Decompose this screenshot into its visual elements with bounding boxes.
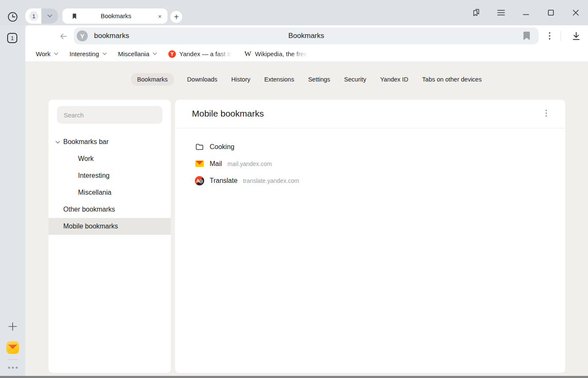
new-tab-button[interactable]: + <box>170 11 182 23</box>
tree-item-other-bookmarks[interactable]: Other bookmarks <box>49 201 171 218</box>
page-title: Bookmarks <box>74 32 539 40</box>
downloads-icon[interactable] <box>570 30 582 42</box>
manager-tab-settings[interactable]: Settings <box>307 73 331 86</box>
bookmark-icon <box>71 13 78 20</box>
bookmarks-list: Cooking Mail mail.yandex.com A Translate… <box>175 128 565 189</box>
bookmark-url: mail.yandex.com <box>227 160 272 167</box>
manager-tab-downloads[interactable]: Downloads <box>186 73 218 86</box>
toolbar-kebab-icon[interactable] <box>544 30 555 41</box>
tree-item-mobile-bookmarks[interactable]: Mobile bookmarks <box>49 218 171 235</box>
panel-title: Mobile bookmarks <box>192 109 264 119</box>
folder-label: Miscellania <box>118 50 149 57</box>
link-label: Yandex — a fast In <box>179 50 232 57</box>
tree-item-label: Other bookmarks <box>63 206 115 213</box>
chevron-down-icon[interactable] <box>55 141 60 144</box>
nav-tab-label: Yandex ID <box>380 76 408 83</box>
yandex-translate-icon: A <box>195 176 204 185</box>
yandex-mail-icon <box>195 160 204 167</box>
back-icon[interactable] <box>58 31 69 42</box>
wikipedia-favicon: W <box>244 50 251 58</box>
search-input[interactable] <box>57 106 162 124</box>
chevron-down-icon <box>153 52 157 55</box>
tree-item-miscellania[interactable]: Miscellania <box>49 184 171 201</box>
panel-kebab-icon[interactable] <box>541 108 552 119</box>
tab-group-count-badge: 1 <box>29 11 39 21</box>
nav-tab-label: Bookmarks <box>137 76 168 83</box>
nav-tab-label: Tabs on other devices <box>422 76 482 83</box>
bookmark-row-translate[interactable]: A Translate translate.yandex.com <box>175 172 565 189</box>
titlebar: 1 Bookmarks × + <box>0 0 588 25</box>
bookmark-row-mail[interactable]: Mail mail.yandex.com <box>175 155 565 172</box>
favicon: W <box>244 50 251 58</box>
toolbar-divider <box>561 31 561 41</box>
minimize-icon[interactable] <box>521 7 531 18</box>
folder-icon <box>195 142 204 152</box>
bookmarks-bar-link-yandex[interactable]: Y Yandex — a fast In <box>168 50 232 58</box>
bookmarks-bar-folder-work[interactable]: Work <box>36 50 58 57</box>
chevron-down-icon <box>54 52 58 55</box>
tree-item-bookmarks-bar[interactable]: Bookmarks bar <box>49 133 171 150</box>
folder-icon <box>195 142 204 152</box>
manager-tab-history[interactable]: History <box>230 73 251 86</box>
bookmark-url: translate.yandex.com <box>243 177 299 184</box>
menu-icon[interactable] <box>496 7 507 18</box>
folders-sidebar: Bookmarks bar Work Interesting Miscellan… <box>49 100 171 373</box>
tree-item-work[interactable]: Work <box>49 150 171 167</box>
tree-item-label: Miscellania <box>78 189 111 196</box>
address-bar[interactable]: Y bookmarks Bookmarks <box>74 27 539 44</box>
manager-tab-tabs-on-other-devices[interactable]: Tabs on other devices <box>421 73 483 86</box>
bookmarks-bar-folder-interesting[interactable]: Interesting <box>70 50 107 57</box>
bookmarks-bar: Work Interesting Miscellania Y Yandex — … <box>25 46 588 61</box>
yandex-mail-icon <box>195 160 204 167</box>
link-label: Wikipedia, the free <box>255 50 307 57</box>
tree-item-interesting[interactable]: Interesting <box>49 167 171 184</box>
tab-group-selector[interactable]: 1 <box>25 8 58 24</box>
folder-label: Interesting <box>70 50 99 57</box>
browser-window: 1 Bookmarks × + <box>0 0 588 378</box>
rail-add-icon[interactable] <box>8 321 18 332</box>
tree-item-label: Mobile bookmarks <box>63 223 118 230</box>
bookmark-label: Cooking <box>210 143 235 151</box>
bookmarks-bar-folder-miscellania[interactable]: Miscellania <box>118 50 157 57</box>
bookmark-label: Mail <box>210 160 222 168</box>
nav-tab-label: Downloads <box>187 76 218 83</box>
maximize-icon[interactable] <box>545 7 556 18</box>
window-controls <box>471 5 581 20</box>
rail-more-icon[interactable] <box>6 364 19 371</box>
yandex-favicon: Y <box>168 50 176 58</box>
nav-tab-label: Extensions <box>264 76 294 83</box>
side-rail: 1 <box>0 25 25 376</box>
rail-divider <box>8 359 18 360</box>
tree-item-label: Work <box>78 155 94 163</box>
yandex-mail-app-icon[interactable] <box>6 341 19 354</box>
chevron-down-icon[interactable] <box>41 8 58 24</box>
manager-tab-yandex-id[interactable]: Yandex ID <box>379 73 409 86</box>
manager-tab-bookmarks[interactable]: Bookmarks <box>131 73 174 86</box>
bookmarks-panel-icon[interactable] <box>471 7 482 18</box>
bookmark-label: Translate <box>210 177 237 185</box>
tab-bookmarks[interactable]: Bookmarks × <box>62 8 167 24</box>
bookmarks-bar-link-wikipedia[interactable]: W Wikipedia, the free <box>244 50 307 58</box>
history-clock-icon[interactable] <box>7 11 18 22</box>
manager-tab-extensions[interactable]: Extensions <box>263 73 295 86</box>
bookmarks-manager: Bookmarks Downloads History Extensions S… <box>25 61 588 376</box>
folder-label: Work <box>36 50 51 57</box>
nav-tab-label: Security <box>344 76 366 83</box>
yandex-search-icon: Y <box>77 30 88 41</box>
svg-text:A: A <box>196 178 200 183</box>
close-icon[interactable] <box>570 7 581 18</box>
bookmark-flag-icon[interactable] <box>523 31 530 42</box>
manager-tab-security[interactable]: Security <box>343 73 367 86</box>
tab-close-icon[interactable]: × <box>154 10 166 22</box>
manager-nav: Bookmarks Downloads History Extensions S… <box>25 73 588 86</box>
window-bottom-edge <box>0 376 588 378</box>
rail-tab-counter[interactable]: 1 <box>7 33 17 43</box>
address-value: bookmarks <box>94 32 129 40</box>
favicon: Y <box>168 50 176 58</box>
chevron-down-icon <box>102 52 107 55</box>
bookmarks-panel: Mobile bookmarks Cooking Mail mail.yande… <box>175 100 565 373</box>
toolbar: Y bookmarks Bookmarks <box>25 25 588 46</box>
folder-row-cooking[interactable]: Cooking <box>175 139 565 155</box>
tab-title: Bookmarks <box>78 13 154 19</box>
yandex-translate-icon: A <box>195 176 204 185</box>
